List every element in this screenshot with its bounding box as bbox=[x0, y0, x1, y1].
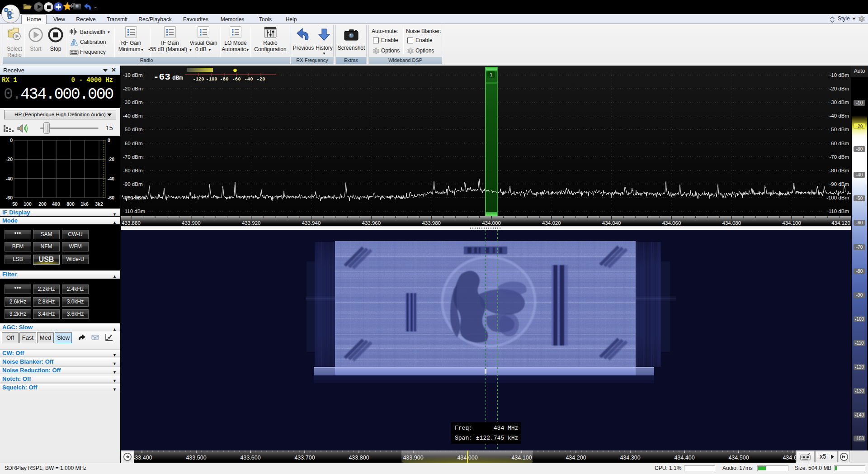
svg-text:-40 dBm: -40 dBm bbox=[830, 113, 849, 118]
svg-text:433.400: 433.400 bbox=[134, 455, 152, 461]
svg-text:dBm: dBm bbox=[172, 75, 183, 81]
svg-text:-40: -40 bbox=[6, 176, 13, 181]
svg-text:433.700: 433.700 bbox=[294, 455, 315, 461]
svg-text:-40: -40 bbox=[108, 176, 114, 181]
svg-text:434.000: 434.000 bbox=[457, 455, 477, 461]
svg-text:100: 100 bbox=[24, 201, 32, 207]
svg-text:200: 200 bbox=[38, 201, 47, 207]
svg-text:433.600: 433.600 bbox=[240, 455, 260, 461]
svg-text:-60: -60 bbox=[6, 195, 13, 200]
svg-text:-70 dBm: -70 dBm bbox=[123, 154, 142, 160]
svg-text:3k2: 3k2 bbox=[95, 201, 103, 207]
svg-text:-40 dBm: -40 dBm bbox=[123, 113, 142, 118]
svg-text:-80 dBm: -80 dBm bbox=[830, 168, 849, 173]
svg-text:434.060: 434.060 bbox=[662, 220, 681, 226]
svg-text:434.020: 434.020 bbox=[542, 220, 561, 226]
svg-text:434.100: 434.100 bbox=[511, 455, 532, 461]
svg-text:-100 dBm: -100 dBm bbox=[826, 195, 849, 200]
svg-text:434.400: 434.400 bbox=[674, 455, 694, 461]
svg-text:433.900: 433.900 bbox=[182, 220, 201, 226]
svg-text:-20 dBm: -20 dBm bbox=[123, 86, 142, 91]
svg-text:400: 400 bbox=[52, 201, 60, 207]
svg-text:434.200: 434.200 bbox=[566, 455, 586, 461]
svg-text:433.800: 433.800 bbox=[349, 455, 369, 461]
svg-text:434.300: 434.300 bbox=[620, 455, 640, 461]
svg-text:434.100: 434.100 bbox=[782, 220, 801, 226]
svg-text:433.500: 433.500 bbox=[186, 455, 206, 461]
svg-text:-63: -63 bbox=[153, 72, 170, 82]
svg-text:-20: -20 bbox=[108, 156, 114, 162]
svg-text:-70 dBm: -70 dBm bbox=[830, 154, 849, 160]
svg-text:-80 dBm: -80 dBm bbox=[123, 168, 142, 173]
svg-text:433.920: 433.920 bbox=[242, 220, 261, 226]
svg-text:0: 0 bbox=[108, 137, 110, 143]
svg-text:-10 dBm: -10 dBm bbox=[830, 72, 849, 78]
svg-text:433.940: 433.940 bbox=[302, 220, 321, 226]
svg-text:50: 50 bbox=[12, 201, 18, 207]
svg-text:433.960: 433.960 bbox=[362, 220, 381, 226]
svg-text:-20: -20 bbox=[6, 156, 13, 162]
svg-text:1k6: 1k6 bbox=[80, 201, 89, 207]
svg-text:433.900: 433.900 bbox=[403, 455, 423, 461]
svg-text:-30 dBm: -30 dBm bbox=[123, 100, 142, 105]
svg-text:434.000: 434.000 bbox=[482, 220, 501, 226]
svg-text:434.500: 434.500 bbox=[728, 455, 749, 461]
svg-text:1: 1 bbox=[490, 72, 492, 77]
svg-text:434.600: 434.600 bbox=[783, 455, 796, 461]
svg-text:433.880: 433.880 bbox=[122, 220, 141, 226]
svg-text:-60 dBm: -60 dBm bbox=[830, 141, 849, 146]
svg-text:-120: -120 bbox=[193, 76, 204, 82]
svg-text:434.080: 434.080 bbox=[722, 220, 741, 226]
svg-text:-10 dBm: -10 dBm bbox=[123, 72, 142, 78]
svg-text:-90 dBm: -90 dBm bbox=[830, 181, 849, 187]
svg-text:-60 dBm: -60 dBm bbox=[123, 141, 142, 146]
svg-text:-80: -80 bbox=[220, 76, 229, 82]
svg-text:-20: -20 bbox=[257, 76, 265, 82]
svg-text:-100: -100 bbox=[206, 76, 217, 82]
svg-text:-30 dBm: -30 dBm bbox=[830, 100, 849, 105]
svg-text:434.120: 434.120 bbox=[831, 220, 850, 226]
svg-text:-50 dBm: -50 dBm bbox=[123, 127, 142, 132]
svg-text:-110 dBm: -110 dBm bbox=[123, 209, 145, 214]
svg-text:-110 dBm: -110 dBm bbox=[827, 209, 849, 214]
svg-text:-90 dBm: -90 dBm bbox=[123, 181, 142, 187]
svg-text:800: 800 bbox=[66, 201, 75, 207]
svg-text:433.980: 433.980 bbox=[422, 220, 441, 226]
svg-text:-60: -60 bbox=[232, 76, 241, 82]
svg-text:-40: -40 bbox=[245, 76, 253, 82]
svg-text:-60: -60 bbox=[108, 195, 114, 200]
svg-text:-50 dBm: -50 dBm bbox=[830, 127, 849, 132]
svg-text:434.040: 434.040 bbox=[602, 220, 621, 226]
svg-text:0: 0 bbox=[10, 137, 13, 143]
svg-text:-20 dBm: -20 dBm bbox=[830, 86, 849, 91]
